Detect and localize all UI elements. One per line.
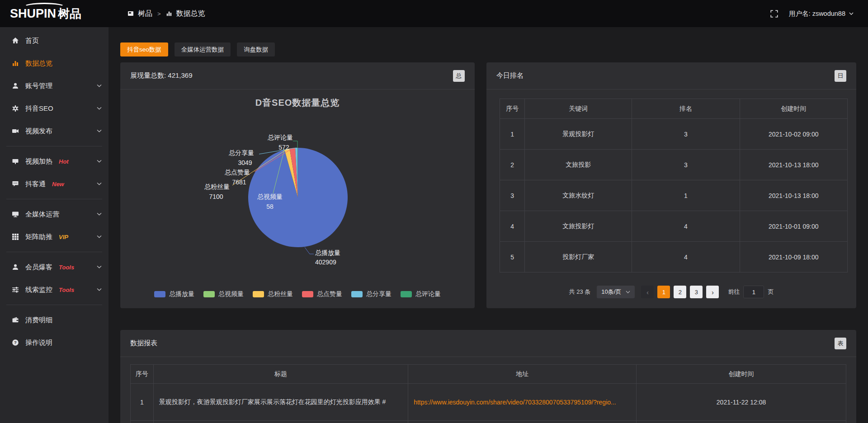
- prev-page-button[interactable]: ‹: [641, 286, 654, 298]
- table-row: 4 文旅投影灯 4 2021-10-01 09:00: [500, 211, 848, 242]
- fullscreen-icon[interactable]: [770, 10, 778, 18]
- legend-item[interactable]: 总评论量: [401, 290, 441, 298]
- goto-unit: 页: [768, 288, 774, 296]
- svg-text:总评论量: 总评论量: [268, 134, 293, 141]
- cell-created: 2021-10-02 09:00: [740, 119, 847, 150]
- cell-keyword: 文旅水纹灯: [525, 180, 632, 211]
- legend-item[interactable]: 总点赞量: [302, 290, 342, 298]
- chevron-down-icon: [97, 213, 102, 216]
- table-row: 5 投影灯厂家 4 2021-10-09 18:00: [500, 242, 848, 273]
- sidebar-item-account-management[interactable]: 账号管理: [0, 75, 108, 97]
- breadcrumb-item-home[interactable]: 树品: [138, 9, 152, 19]
- monitor-icon: [12, 211, 19, 218]
- sidebar-item-lead-monitoring[interactable]: 线索监控 Tools: [0, 278, 108, 301]
- tab-douyin-seo-data[interactable]: 抖音seo数据: [120, 42, 168, 56]
- breadcrumb-item-current: 数据总览: [176, 9, 205, 19]
- legend-swatch: [401, 291, 412, 297]
- legend-item[interactable]: 总粉丝量: [253, 290, 293, 298]
- user-menu[interactable]: 用户名: zswodun88: [789, 9, 854, 18]
- page-button-1[interactable]: 1: [657, 286, 670, 298]
- table-row: [131, 421, 846, 423]
- sidebar-item-home[interactable]: 首页: [0, 29, 108, 52]
- sidebar-item-data-overview[interactable]: 数据总览: [0, 52, 108, 75]
- sidebar-item-label: 矩阵助推: [25, 233, 52, 241]
- sidebar-item-consumption-details[interactable]: 消费明细: [0, 309, 108, 331]
- chevron-down-icon: [97, 107, 102, 110]
- legend-item[interactable]: 总分享量: [351, 290, 392, 298]
- legend-item[interactable]: 总视频量: [203, 290, 244, 298]
- col-header-created: 创建时间: [740, 99, 847, 119]
- col-header-title: 标题: [153, 365, 408, 384]
- logo-arc-decoration: [24, 3, 65, 11]
- breadcrumb-separator: >: [157, 10, 161, 17]
- ranking-panel-header: 今日排名 日: [486, 62, 856, 89]
- sidebar-nav: 首页 数据总览 账号管理 抖音SEO 视频发布 视频加热 Hot 抖客通 New…: [0, 27, 108, 423]
- video-link[interactable]: https://www.iesdouyin.com/share/video/70…: [414, 399, 616, 406]
- sidebar-divider: [6, 146, 102, 146]
- table-row: 1 景观投影灯，夜游景观投影灯厂家展示展示落花灯在花园里的灯光投影应用效果 # …: [131, 384, 846, 421]
- overview-panel-header: 展现量总数: 421,369 总: [120, 62, 475, 89]
- chevron-down-icon: [849, 12, 854, 15]
- report-table: 序号 标题 地址 创建时间 1 景观投影灯，夜游景观投影灯厂家展示展示落花灯在花…: [130, 364, 846, 423]
- breadcrumb-doc-icon: [127, 10, 134, 17]
- sidebar-item-member-booster[interactable]: 会员爆客 Tools: [0, 256, 108, 278]
- chevron-down-icon: [97, 266, 102, 269]
- sidebar-item-label: 视频加热: [25, 157, 52, 166]
- table-row: 3 文旅水纹灯 1 2021-10-13 18:00: [500, 180, 848, 211]
- cell-index: 3: [500, 180, 525, 211]
- goto-page-input[interactable]: [743, 286, 764, 298]
- table-toggle-button[interactable]: 表: [835, 338, 846, 349]
- username-label: 用户名: zswodun88: [789, 9, 845, 18]
- tab-omnimedia-data[interactable]: 全媒体运营数据: [175, 42, 231, 56]
- page-size-value: 10条/页: [601, 288, 621, 296]
- total-toggle-button[interactable]: 总: [453, 70, 465, 82]
- tab-inquiry-data[interactable]: 询盘数据: [237, 42, 275, 56]
- data-source-tabs: 抖音seo数据 全媒体运营数据 询盘数据: [120, 42, 275, 56]
- chart-legend: 总播放量总视频量总粉丝量总点赞量总分享量总评论量: [120, 290, 475, 298]
- pie-chart: 总播放量402909总视频量58总粉丝量7100总点赞量7681总分享量3049…: [120, 89, 475, 288]
- sidebar-item-label: 线索监控: [25, 286, 52, 294]
- day-toggle-button[interactable]: 日: [835, 70, 846, 82]
- next-page-button[interactable]: ›: [706, 286, 719, 298]
- page-button-3[interactable]: 3: [690, 286, 703, 298]
- cell-keyword: 投影灯厂家: [525, 242, 632, 273]
- goto-page: 前往 页: [728, 286, 774, 298]
- question-circle-icon: ?: [12, 339, 19, 346]
- sidebar-item-label: 操作说明: [25, 338, 52, 347]
- tools-badge: Tools: [59, 264, 74, 271]
- page-button-2[interactable]: 2: [674, 286, 686, 298]
- cell-title: 景观投影灯，夜游景观投影灯厂家展示展示落花灯在花园里的灯光投影应用效果 #: [153, 384, 408, 421]
- report-panel: 数据报表 表 序号 标题 地址 创建时间 1 景观投影灯，夜游景观投影灯厂家展示…: [120, 330, 856, 423]
- sidebar-item-label: 全媒体运营: [25, 210, 59, 219]
- svg-text:402909: 402909: [315, 258, 336, 266]
- cell-rank: 4: [632, 211, 740, 242]
- report-panel-title: 数据报表: [130, 339, 157, 348]
- page-size-select[interactable]: 10条/页: [597, 286, 635, 298]
- legend-label: 总视频量: [218, 290, 244, 298]
- sidebar-item-video-heating[interactable]: 视频加热 Hot: [0, 150, 108, 173]
- sidebar-item-video-publish[interactable]: 视频发布: [0, 120, 108, 142]
- header-right-controls: 用户名: zswodun88: [770, 0, 854, 27]
- video-camera-icon: [12, 127, 19, 135]
- col-header-url: 地址: [408, 365, 637, 384]
- cell-rank: 3: [632, 150, 740, 180]
- sidebar-item-douyin-seo[interactable]: 抖音SEO: [0, 97, 108, 120]
- cell-keyword: 文旅投影灯: [525, 211, 632, 242]
- chevron-down-icon: [626, 291, 630, 294]
- wallet-icon: [12, 316, 19, 324]
- new-badge: New: [52, 181, 64, 188]
- sidebar-item-matrix-boost[interactable]: 矩阵助推 VIP: [0, 226, 108, 248]
- sidebar-item-omnimedia-operation[interactable]: 全媒体运营: [0, 203, 108, 226]
- pagination: 共 23 条 10条/页 ‹ 1 2 3 › 前往 页: [486, 286, 856, 298]
- sidebar-item-instructions[interactable]: ? 操作说明: [0, 331, 108, 354]
- chevron-down-icon: [97, 160, 102, 163]
- goto-label: 前往: [728, 288, 740, 296]
- breadcrumb: 树品 > 数据总览: [127, 0, 205, 27]
- sidebar-item-label: 消费明细: [25, 316, 52, 324]
- legend-item[interactable]: 总播放量: [154, 290, 194, 298]
- legend-swatch: [203, 291, 215, 297]
- cell-keyword: 文旅投影: [525, 150, 632, 180]
- top-header-bar: SHUPIN 树品 树品 > 数据总览 用户名: zswodun88: [0, 0, 868, 27]
- sidebar-item-doukuotong[interactable]: 抖客通 New: [0, 173, 108, 195]
- col-header-index: 序号: [131, 365, 154, 384]
